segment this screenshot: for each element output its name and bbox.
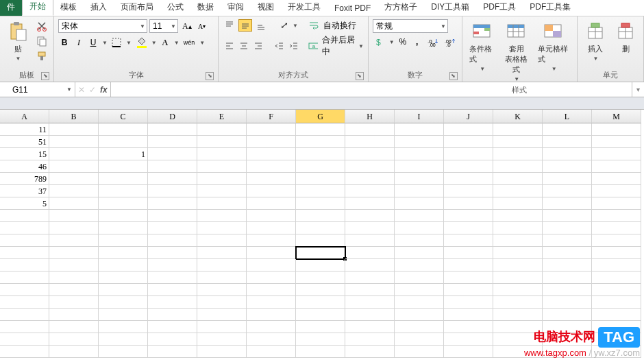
cell[interactable] <box>99 296 148 309</box>
cell[interactable] <box>247 173 296 185</box>
cell[interactable] <box>49 185 99 197</box>
dialog-launcher-icon[interactable]: ⬊ <box>449 72 458 80</box>
cell[interactable] <box>197 222 247 234</box>
fill-color-button[interactable] <box>134 36 149 49</box>
cell[interactable] <box>345 333 395 346</box>
cell[interactable] <box>99 284 148 296</box>
tab-foxitpdf[interactable]: Foxit PDF <box>327 1 377 16</box>
cell[interactable] <box>0 247 49 259</box>
align-left-button[interactable] <box>223 40 235 52</box>
cell[interactable] <box>493 284 543 296</box>
cell[interactable] <box>197 272 247 284</box>
tab-data[interactable]: 数据 <box>190 0 221 16</box>
cell[interactable] <box>395 284 444 296</box>
column-header[interactable]: C <box>99 110 148 123</box>
cell[interactable] <box>99 321 148 333</box>
cell[interactable] <box>444 296 493 309</box>
cell[interactable] <box>493 259 543 272</box>
cell[interactable] <box>444 309 493 321</box>
fx-button[interactable]: fx <box>100 85 108 95</box>
cell[interactable] <box>296 333 345 346</box>
cell[interactable] <box>543 136 592 148</box>
font-name-select[interactable]: 宋体▼ <box>58 19 147 33</box>
cell[interactable]: 789 <box>0 173 49 185</box>
cell[interactable] <box>99 234 148 247</box>
cell[interactable] <box>99 136 148 148</box>
cell[interactable] <box>148 234 197 247</box>
cell[interactable] <box>99 247 148 259</box>
cell[interactable] <box>395 210 444 222</box>
accept-formula-icon[interactable]: ✓ <box>89 85 96 95</box>
decrease-indent-button[interactable] <box>273 40 285 52</box>
cell[interactable] <box>592 160 641 173</box>
tab-ffgz[interactable]: 方方格子 <box>377 0 424 16</box>
cell-styles-button[interactable]: 单元格样式▼ <box>535 19 573 84</box>
cell[interactable] <box>296 234 345 247</box>
bold-button[interactable]: B <box>58 36 71 49</box>
cell[interactable] <box>99 309 148 321</box>
cell[interactable] <box>444 123 493 136</box>
cell[interactable] <box>148 210 197 222</box>
cell[interactable] <box>247 309 296 321</box>
cell[interactable] <box>148 197 197 210</box>
cell[interactable] <box>592 185 641 197</box>
align-middle-button[interactable] <box>238 19 252 32</box>
cell[interactable] <box>444 185 493 197</box>
cell[interactable] <box>345 321 395 333</box>
cell[interactable] <box>0 309 49 321</box>
cell[interactable] <box>592 210 641 222</box>
cell[interactable] <box>148 296 197 309</box>
cell[interactable] <box>247 321 296 333</box>
cell[interactable] <box>49 259 99 272</box>
cell[interactable] <box>345 160 395 173</box>
cell[interactable] <box>493 136 543 148</box>
cell[interactable] <box>493 272 543 284</box>
cell[interactable] <box>197 185 247 197</box>
cell[interactable] <box>543 284 592 296</box>
cell[interactable] <box>197 321 247 333</box>
cell[interactable] <box>247 136 296 148</box>
cell[interactable] <box>345 309 395 321</box>
tab-file[interactable]: 件 <box>0 0 22 16</box>
cell[interactable] <box>0 296 49 309</box>
cut-button[interactable] <box>34 19 49 33</box>
cell[interactable] <box>592 148 641 160</box>
cell[interactable] <box>197 234 247 247</box>
cell[interactable] <box>345 210 395 222</box>
orientation-button[interactable]: ⤢ <box>277 19 290 32</box>
cell[interactable]: 37 <box>0 185 49 197</box>
increase-indent-button[interactable] <box>287 40 299 52</box>
cell[interactable] <box>296 136 345 148</box>
cell[interactable] <box>49 197 99 210</box>
delete-cells-button[interactable]: 删 <box>612 19 639 63</box>
cell[interactable] <box>592 197 641 210</box>
cell[interactable] <box>197 333 247 346</box>
cell[interactable] <box>444 321 493 333</box>
cell[interactable] <box>345 259 395 272</box>
column-header[interactable]: K <box>493 110 543 123</box>
column-header[interactable]: I <box>395 110 444 123</box>
tab-formula[interactable]: 公式 <box>160 0 190 16</box>
cell[interactable] <box>345 272 395 284</box>
chevron-down-icon[interactable]: ▼ <box>151 40 157 46</box>
cell[interactable] <box>49 234 99 247</box>
cell[interactable] <box>395 259 444 272</box>
cell[interactable] <box>296 197 345 210</box>
tab-home[interactable]: 开始 <box>22 0 53 16</box>
chevron-down-icon[interactable]: ▼ <box>358 43 364 49</box>
cell[interactable] <box>49 160 99 173</box>
cell[interactable] <box>592 296 641 309</box>
cell[interactable] <box>296 296 345 309</box>
comma-button[interactable]: , <box>411 36 423 48</box>
paste-button[interactable]: 贴 ▼ <box>4 19 32 63</box>
cell[interactable] <box>197 247 247 259</box>
cell[interactable] <box>49 309 99 321</box>
tab-pagelayout[interactable]: 页面布局 <box>114 0 160 16</box>
cell[interactable] <box>247 272 296 284</box>
cancel-formula-icon[interactable]: ✕ <box>78 85 85 95</box>
cell[interactable] <box>444 210 493 222</box>
cell[interactable] <box>0 234 49 247</box>
cell[interactable] <box>395 333 444 346</box>
dialog-launcher-icon[interactable]: ⬊ <box>41 72 49 80</box>
tab-insert[interactable]: 插入 <box>84 0 114 16</box>
